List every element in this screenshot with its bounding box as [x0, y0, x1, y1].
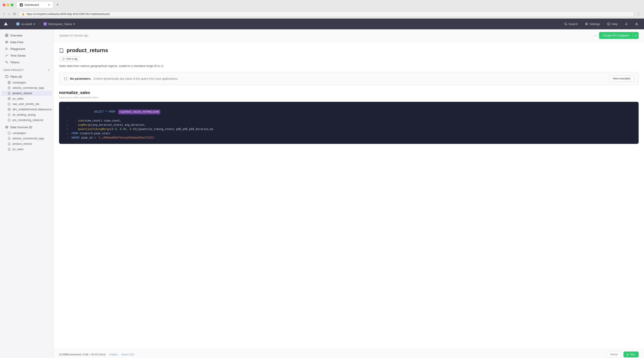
- pipe-pro-monitoring-icon: [8, 119, 11, 122]
- browser-tab[interactable]: Dashboard ✕: [17, 2, 53, 8]
- code-line-7: 7 WHERE pipe_id = 't_c608ea689efe4caa94d…: [59, 136, 639, 140]
- pipe-ds-landing-label: ds_landing_syslog: [12, 113, 36, 116]
- params-left: {} No parameters. Control dynamically an…: [64, 77, 178, 81]
- sidebar-pipe-product-returns[interactable]: product_returns: [1, 91, 52, 96]
- minimize-window-btn[interactable]: [7, 4, 10, 6]
- code-content-3: sum(view_count) view_count,: [72, 119, 122, 123]
- pipe-dim-establishments-label: dim_establishments.datasource: [12, 108, 52, 111]
- top-nav: / us-east4 ▾ / W Workspace_Name ▾ Search…: [0, 19, 644, 29]
- tab-close-btn[interactable]: ✕: [48, 3, 50, 7]
- pipe-raw-user-events-label: raw_user_events_sta: [12, 103, 39, 106]
- line-num-5: 5: [64, 128, 68, 132]
- new-tab-btn[interactable]: +: [54, 3, 60, 7]
- lock-icon: 🔒: [22, 13, 25, 16]
- sidebar: Overview Data Flow Playground Time Serie…: [0, 29, 54, 358]
- explain-link[interactable]: Explain: [109, 353, 118, 356]
- pipe-raw-user-events-icon: [8, 103, 11, 106]
- traffic-lights: [3, 4, 14, 6]
- ds-articles-label: articles_commercial_tags: [12, 137, 44, 140]
- user-profile-btn[interactable]: [633, 21, 640, 27]
- search-action[interactable]: Search: [562, 21, 580, 27]
- pipe-pro-monitoring-label: pro_monitoring_totalcost: [12, 119, 43, 122]
- params-label: No parameters.: [70, 77, 91, 80]
- region-label: us-east4: [21, 22, 32, 26]
- browser-more-btn[interactable]: ⋮: [636, 11, 641, 17]
- settings-action[interactable]: Settings: [583, 21, 602, 27]
- sidebar-pipe-ps-sales[interactable]: ps_sales: [1, 96, 52, 101]
- svg-line-17: [6, 41, 6, 42]
- svg-rect-10: [7, 34, 8, 35]
- footer-sep-1: ·: [107, 353, 108, 356]
- close-window-btn[interactable]: [3, 4, 5, 6]
- pipe-product-returns-label: product_returns: [12, 92, 32, 95]
- ds-product-returns-label: product_returns: [12, 142, 32, 145]
- address-bar[interactable]: 🔒 https://ui.tinybird.co/8dae6a-8309-84j…: [19, 12, 634, 17]
- sidebar-item-time-series[interactable]: Time Series: [1, 52, 52, 59]
- sidebar-item-tokens[interactable]: Tokens: [1, 59, 52, 66]
- nav-region[interactable]: us-east4 ▾: [16, 22, 35, 26]
- sidebar-item-playground[interactable]: Playground: [1, 46, 52, 52]
- app: / us-east4 ▾ / W Workspace_Name ▾ Search…: [0, 19, 644, 358]
- node-title: normalize_sales: [59, 90, 639, 95]
- delete-btn[interactable]: Delete: [607, 351, 621, 357]
- header-more-btn[interactable]: ···: [592, 32, 599, 39]
- sidebar-ds-ps-sales[interactable]: ps_sales: [1, 147, 52, 152]
- sidebar-ds-campaigns[interactable]: campaigns: [1, 130, 52, 136]
- line-num-7: 7: [64, 136, 68, 140]
- back-btn[interactable]: ‹: [3, 11, 6, 17]
- maximize-window-btn[interactable]: [11, 4, 14, 6]
- run-play-icon: ▶: [627, 353, 629, 356]
- sidebar-tokens-label: Tokens: [10, 61, 20, 64]
- forward-btn[interactable]: ›: [8, 11, 10, 17]
- sidebar-item-data-flow[interactable]: Data Flow: [1, 39, 52, 46]
- reload-btn[interactable]: ↻: [12, 11, 17, 17]
- add-data-project-btn[interactable]: +: [48, 68, 50, 72]
- run-btn[interactable]: ▶ Run: [624, 351, 639, 357]
- sidebar-ds-articles[interactable]: articles_commercial_tags: [1, 136, 52, 141]
- pipe-ps-sales-label: ps_sales: [12, 97, 24, 100]
- sidebar-pipe-articles[interactable]: articles_commercial_tags: [1, 85, 52, 91]
- nav-workspace[interactable]: W Workspace_Name ▾: [44, 22, 75, 26]
- help-action[interactable]: ? Help: [605, 21, 620, 27]
- pipe-title-icon: [59, 48, 64, 53]
- sidebar-item-overview[interactable]: Overview: [1, 32, 52, 39]
- sidebar-pipe-dim-establishments[interactable]: dim_establishments.datasource: [1, 107, 52, 112]
- content-footer: 10.56MB processed, 4.10k × 18 (22.12ms) …: [54, 349, 644, 358]
- datasources-group-header[interactable]: Data Sources (6): [1, 124, 52, 130]
- pipe-product-returns-icon: [8, 92, 11, 95]
- url-text: https://ui.tinybird.co/8dae6a-8309-84je-…: [26, 13, 110, 16]
- svg-point-43: [10, 139, 10, 140]
- search-label: Search: [569, 22, 578, 26]
- pipes-group-header[interactable]: Pipes (8): [1, 73, 52, 80]
- create-api-endpoint-btn[interactable]: Create API Endpoint ▾: [599, 32, 639, 39]
- svg-point-41: [6, 126, 8, 127]
- code-line-1: 1 SELECT * FROM ⊕global_sales_normalized: [59, 105, 639, 119]
- export-csv-link[interactable]: Export CSV: [122, 353, 134, 356]
- sidebar-overview-label: Overview: [10, 34, 22, 37]
- pipe-campaigns-label: campaigns: [12, 81, 26, 84]
- line-num-1: 1: [64, 106, 68, 110]
- params-braces-icon: {}: [64, 77, 68, 81]
- pipe-header: product_returns: [59, 47, 639, 54]
- view-examples-btn[interactable]: View examples: [609, 75, 634, 82]
- code-editor[interactable]: 1 SELECT * FROM ⊕global_sales_normalized…: [59, 102, 639, 144]
- svg-rect-12: [7, 36, 8, 37]
- data-project-section: DATA PROJECT +: [0, 66, 54, 73]
- create-api-btn-arrow-icon[interactable]: ▾: [632, 32, 639, 39]
- time-series-icon: [5, 54, 8, 57]
- ds-articles-icon: [8, 137, 11, 140]
- footer-sep-2: ·: [119, 353, 120, 356]
- svg-point-16: [8, 42, 8, 43]
- nav-separator-2: /: [39, 22, 40, 26]
- content-header: Updated 32 minutes ago ··· Create API En…: [54, 29, 644, 42]
- sidebar-pipe-ds-landing[interactable]: ds_landing_syslog: [1, 112, 52, 118]
- notifications-btn[interactable]: [622, 21, 630, 27]
- code-line-4: 4 avgMerge(avg_duration_state) avg_durat…: [59, 123, 639, 127]
- add-tag-btn[interactable]: Add a tag: [59, 56, 80, 62]
- sidebar-pipe-pro-monitoring[interactable]: pro_monitoring_totalcost: [1, 118, 52, 123]
- pipes-header-label: Pipes (8): [10, 75, 22, 78]
- sidebar-ds-product-returns[interactable]: product_returns: [1, 141, 52, 147]
- sidebar-pipe-raw-user-events[interactable]: raw_user_events_sta: [1, 101, 52, 107]
- ds-ps-sales-icon: [8, 148, 11, 151]
- sidebar-pipe-campaigns[interactable]: campaigns: [1, 80, 52, 85]
